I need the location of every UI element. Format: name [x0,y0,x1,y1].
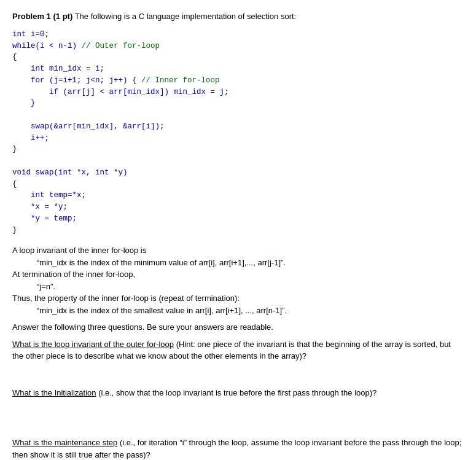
problem-title: Problem 1 (1 pt) [12,12,72,21]
invariant-line2: “min_idx is the index of the minimum val… [37,257,464,269]
spacer-1 [12,373,464,387]
spacer-3 [12,423,464,437]
invariant-line1: A loop invariant of the inner for-loop i… [12,244,464,257]
question-1-underline: What is the loop invariant of the outer … [12,340,174,349]
problem-description: The following is a C language implementa… [75,12,297,21]
invariant-line5: Thus, the property of the inner for-loop… [12,292,464,305]
problem-container: Problem 1 (1 pt) The following is a C la… [12,11,464,460]
instruction: Answer the following three questions. Be… [12,321,464,333]
question-2-underline: What is the Initialization [12,388,96,397]
invariant-line6: “min_idx is the index of the smallest va… [37,305,464,317]
invariant-line3: At termination of the inner for-loop, [12,268,464,281]
invariant-line4: “j=n”. [37,281,464,293]
code-block: int i=0; while(i < n-1) // Outer for-loo… [12,29,464,236]
problem-header: Problem 1 (1 pt) The following is a C la… [12,11,464,23]
spacer-2 [12,410,464,423]
instruction-text: Answer the following three questions. Be… [12,322,273,332]
question-1-block: What is the loop invariant of the outer … [12,338,464,362]
question-3-underline: What is the maintenance step [12,438,117,447]
question-2-rest: (i.e., show that the loop invariant is t… [96,388,377,397]
question-3-block: What is the maintenance step (i.e., for … [12,437,464,460]
invariant-section: A loop invariant of the inner for-loop i… [12,244,464,316]
question-2-block: What is the Initialization (i.e., show t… [12,387,464,399]
